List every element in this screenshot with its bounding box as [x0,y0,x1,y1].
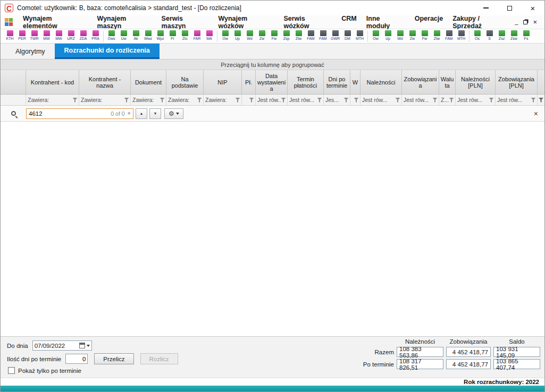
filter-funnel-icon[interactable] [72,98,78,103]
menu-item-6[interactable]: Inne moduły [362,15,410,30]
toolbar-button-fam[interactable]: FAM [305,30,317,41]
filter-funnel-icon[interactable] [449,98,454,103]
menu-item-3[interactable]: Wynajem wózków [213,15,279,30]
filter-funnel-icon[interactable] [249,98,254,103]
toolbar-button-ma[interactable]: MA [203,30,215,41]
search-clear-icon[interactable]: × [128,110,131,116]
toolbar-button-kth[interactable]: KTH [4,30,16,41]
filter-cell-3[interactable]: Zawiera: [166,95,204,105]
filter-funnel-icon[interactable] [531,98,536,103]
filter-cell-5[interactable] [242,95,256,105]
toolbar-button-urz[interactable]: URZ [65,30,77,41]
toolbar-button-zsw[interactable]: Zsw [508,30,520,41]
toolbar-button-fw[interactable]: Fw [418,30,431,41]
toolbar-button-dm[interactable]: DM [341,30,354,41]
column-header-14[interactable]: Zobowiązania [PLN] [496,70,538,94]
toolbar-button-up[interactable]: Up [382,30,394,41]
menu-item-2[interactable]: Serwis maszyn [157,15,214,30]
toolbar-button-wpz[interactable]: Wpz [154,30,166,41]
toolbar-button-zsp[interactable]: Zsp [280,30,292,41]
toolbar-button-zsz[interactable]: Zsz [496,30,508,41]
filter-cell-2[interactable]: Zawiera: [131,95,166,105]
filter-cell-12[interactable]: Z... [439,95,456,105]
toolbar-button-s[interactable]: S [483,30,496,41]
toolbar-button-fam[interactable]: FAM [443,30,455,41]
filter-funnel-icon[interactable] [160,98,165,103]
mdi-minimize-button[interactable]: _ [515,19,518,25]
column-header-1[interactable]: Kontrahent - nazwa [79,70,131,94]
filter-funnel-icon[interactable] [235,98,240,103]
column-header-11[interactable]: Zobowiązania [402,70,439,94]
column-header-2[interactable]: Dokument [131,70,166,94]
filter-cell-9[interactable] [350,95,360,105]
tab-1[interactable]: Rozrachunki do rozliczenia [55,44,160,59]
filter-cell-4[interactable]: Zawiera: [204,95,242,105]
toolbar-button-wwz[interactable]: Wwz [142,30,154,41]
mdi-close-button[interactable]: × [533,19,537,25]
toolbar-button-os[interactable]: Os [471,30,483,41]
menu-item-7[interactable]: Operacje [410,15,448,22]
toolbar-button-fw[interactable]: Fw [268,30,280,41]
filter-funnel-icon[interactable] [281,98,286,103]
column-header-3[interactable]: Na podstawie [166,70,204,94]
column-header-10[interactable]: Należności [360,70,402,94]
menu-item-4[interactable]: Serwis wózków [279,15,337,30]
toolbar-button-twr[interactable]: TWR [28,30,40,41]
filter-cell-13[interactable]: Jest rów... [456,95,496,105]
filter-cell-0[interactable]: Zawiera: [26,95,79,105]
menu-item-1[interactable]: Wynajem maszyn [93,15,157,30]
filter-funnel-icon[interactable] [395,98,400,103]
filter-cell-14[interactable]: Jest rów... [496,95,538,105]
filter-cell-1[interactable]: Zawiera: [79,95,131,105]
search-input[interactable] [29,110,111,117]
column-header-7[interactable]: Termin płatności [288,70,324,94]
column-header-5[interactable]: Pł. [242,70,256,94]
menu-item-5[interactable]: CRM [337,15,361,22]
toolbar-button-zlo[interactable]: Zlo [179,30,191,41]
search-next-button[interactable]: ▼ [149,108,161,119]
column-header-9[interactable]: W [350,70,360,94]
toolbar-button-fs[interactable]: Fs [520,30,532,41]
column-header-8[interactable]: Dni po terminie [324,70,350,94]
filter-funnel-icon[interactable] [197,98,202,103]
toolbar-button-per[interactable]: PER [16,30,28,41]
toolbar-button-pra[interactable]: PRA [89,30,102,41]
toolbar-button-fam[interactable]: FAM [317,30,329,41]
maximize-button[interactable] [498,1,521,15]
filter-cell-6[interactable]: Jest rów... [256,95,288,105]
filter-cell-7[interactable]: Jest rów... [288,95,324,105]
filter-funnel-icon[interactable] [124,98,129,103]
date-dropdown-icon[interactable] [87,345,90,347]
grid-filter-funnel-icon[interactable] [539,98,544,103]
toolbar-button-ak[interactable]: Ak [130,30,142,41]
close-button[interactable]: × [521,1,544,15]
toolbar-button-zw[interactable]: Zw [406,30,418,41]
toolbar-button-wd[interactable]: Wd [244,30,256,41]
toolbar-button-uw[interactable]: Uw [118,30,130,41]
toolbar-button-mth[interactable]: MTH [354,30,366,41]
filter-funnel-icon[interactable] [432,98,438,103]
toolbar-button-ztw[interactable]: Ztw [431,30,443,41]
toolbar-button-zw[interactable]: Zw [256,30,268,41]
filter-cell-11[interactable]: Jest rów... [402,95,439,105]
toolbar-button-mw[interactable]: MW [40,30,53,41]
toolbar-button-up[interactable]: Up [231,30,244,41]
filter-cell-10[interactable]: Jest rów... [360,95,402,105]
date-editor[interactable]: 07/09/2022 [32,340,92,351]
filter-cell-8[interactable]: Jes... [324,95,350,105]
filter-funnel-icon[interactable] [489,98,494,103]
column-header-4[interactable]: NIP [204,70,242,94]
minimize-button[interactable] [474,1,498,15]
show-overdue-checkbox[interactable] [8,367,15,374]
toolbar-button-ow[interactable]: Ow [219,30,231,41]
menu-item-8[interactable]: Zakupy / Sprzedaż [448,15,515,30]
days-after-due-input[interactable] [65,354,88,364]
toolbar-button-wd[interactable]: Wd [394,30,406,41]
filter-funnel-icon[interactable] [317,98,322,103]
column-header-13[interactable]: Należności [PLN] [456,70,496,94]
search-prev-button[interactable]: ▲ [136,108,147,119]
column-header-12[interactable]: Waluta [439,70,456,94]
menu-item-0[interactable]: Wynajem elementów [18,15,93,30]
group-by-panel[interactable]: Przeciągnij tu kolumnę aby pogrupować [1,59,544,70]
toolbar-button-ztw[interactable]: Ztw [292,30,305,41]
